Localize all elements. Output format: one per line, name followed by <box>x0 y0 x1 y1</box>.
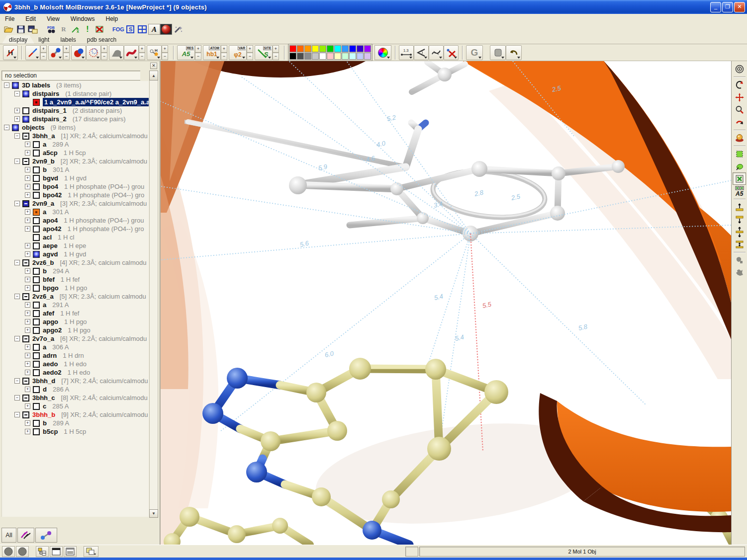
expand-toggle[interactable]: − <box>4 82 9 88</box>
arrange-windows-button[interactable] <box>84 546 98 557</box>
tree-row[interactable]: −distpairs(1 distance pair) <box>2 89 149 98</box>
tree-row[interactable]: +agvd1 H gvd <box>2 250 149 258</box>
expand-toggle[interactable]: + <box>25 226 30 232</box>
visibility-checkbox[interactable] <box>22 133 29 140</box>
site-label-stepper[interactable]: +− <box>273 45 279 60</box>
visibility-checkbox[interactable] <box>33 310 40 317</box>
tree-row[interactable]: −3D labels(3 items) <box>2 81 149 89</box>
tree-item-name[interactable]: d <box>43 385 47 394</box>
palette-color[interactable] <box>319 53 326 60</box>
visibility-checkbox[interactable] <box>33 420 40 427</box>
tree-row[interactable]: +a301 A <box>2 208 149 216</box>
quality-render-button[interactable] <box>160 24 172 35</box>
variable-label-button[interactable]: VAR φ2 <box>229 45 247 60</box>
site-label-button[interactable]: SITE S <box>255 45 273 60</box>
color-wheel-button[interactable] <box>374 45 391 60</box>
tree-item-name[interactable]: apo4 <box>43 216 58 225</box>
ribbon-style-button[interactable] <box>124 45 139 60</box>
visibility-checkbox[interactable] <box>33 217 40 224</box>
visibility-checkbox[interactable] <box>22 411 29 418</box>
tree-item-name[interactable]: bpgo <box>43 284 59 292</box>
expand-toggle[interactable]: + <box>25 311 30 316</box>
tree-item-name[interactable]: a <box>43 140 46 149</box>
tree-row[interactable]: +distpairs_1(2 distance pairs) <box>2 106 149 115</box>
palette-color[interactable] <box>342 45 349 52</box>
expand-toggle[interactable]: + <box>25 285 30 291</box>
close-button[interactable]: ✕ <box>734 2 745 12</box>
palette-color[interactable] <box>364 45 371 52</box>
residue-label-button[interactable]: RES A5 <box>177 45 195 60</box>
single-window-button[interactable] <box>50 546 63 557</box>
tree-row[interactable]: +b5cp1 H 5cp <box>2 427 149 436</box>
expand-toggle[interactable]: + <box>25 420 30 426</box>
palette-color[interactable] <box>319 45 326 52</box>
tree-item-name[interactable]: 2vn9_b <box>32 157 55 165</box>
tree-row[interactable]: +d286 A <box>2 385 149 394</box>
palette-color[interactable] <box>297 53 304 60</box>
visibility-checkbox[interactable] <box>22 395 29 401</box>
atom-label-stepper[interactable]: +− <box>221 45 227 60</box>
visibility-sphere-icon[interactable] <box>22 90 29 97</box>
menu-view[interactable]: View <box>46 15 61 23</box>
tree-row[interactable]: +bpo421 H phosphate (PO4--) gro <box>2 191 149 199</box>
tree-row[interactable]: +b289 A <box>2 419 149 427</box>
expand-toggle[interactable]: + <box>25 302 30 308</box>
tree-item-name[interactable]: aedo <box>43 360 58 368</box>
ribbon-size-stepper[interactable]: +− <box>139 45 145 60</box>
clip-front-button[interactable] <box>733 201 746 213</box>
expand-toggle[interactable]: + <box>14 108 20 113</box>
menu-windows[interactable]: Windows <box>70 15 96 23</box>
visibility-sphere-icon[interactable] <box>12 82 19 89</box>
tree-item-name[interactable]: apo42 <box>43 225 62 233</box>
visibility-checkbox[interactable] <box>33 327 40 334</box>
visibility-checkbox[interactable] <box>22 107 29 114</box>
3d-viewport[interactable]: 2.55.24.04.65.92.82.53.45.65.45.55.85.46… <box>160 61 731 545</box>
wizard-button[interactable] <box>172 24 184 35</box>
tree-item-name[interactable]: 3bhh_b <box>32 410 55 419</box>
expand-toggle[interactable]: − <box>14 336 20 341</box>
expand-toggle[interactable]: − <box>14 412 20 417</box>
expand-toggle[interactable]: + <box>25 184 30 189</box>
workspace-toggle-button[interactable] <box>36 546 49 557</box>
tree-item-name[interactable]: adrn <box>43 351 57 360</box>
tree-row[interactable]: acl1 H cl <box>2 233 149 241</box>
visibility-checkbox[interactable] <box>22 378 29 385</box>
expand-toggle[interactable]: + <box>25 192 30 198</box>
visibility-checkbox[interactable] <box>33 386 40 393</box>
expand-toggle[interactable]: − <box>14 159 20 164</box>
visibility-checkbox[interactable] <box>33 369 40 376</box>
tree-row[interactable]: −3bhh_a[1] XR; 2.4Å; calcium/calmodu <box>2 132 149 140</box>
tree-row[interactable]: +b301 A <box>2 165 149 174</box>
menu-file[interactable]: File <box>4 15 15 23</box>
palette-color[interactable] <box>357 53 364 60</box>
tree-item-name[interactable]: aedo2 <box>43 368 62 377</box>
palette-color[interactable] <box>304 45 311 52</box>
tree-item-name[interactable]: 2vn9_a <box>32 199 54 208</box>
skin-style-button[interactable] <box>86 45 101 60</box>
visibility-checkbox[interactable] <box>33 319 40 325</box>
expand-toggle[interactable]: − <box>14 260 20 265</box>
expand-toggle[interactable]: + <box>25 327 30 333</box>
tree-row[interactable]: +a5cp1 H 5cp <box>2 149 149 157</box>
expand-toggle[interactable]: + <box>25 370 30 375</box>
expand-toggle[interactable]: − <box>14 201 20 206</box>
tree-item-name[interactable]: bfef <box>43 275 55 284</box>
tree-row[interactable]: −3bhh_b[9] XR; 2.4Å; calcium/calmodu <box>2 410 149 419</box>
visibility-checkbox[interactable] <box>22 293 29 300</box>
distance-measure-button[interactable]: 1.3 <box>399 45 414 60</box>
tree-row[interactable]: −2vn9_a[3] XR; 2.3Å; calcium/calmodu <box>2 199 149 208</box>
expand-toggle[interactable]: − <box>4 125 9 130</box>
rotate-tool-button[interactable] <box>733 79 746 91</box>
tree-row[interactable]: −2vz6_b[4] XR; 2.3Å; calcium calmodu <box>2 258 149 267</box>
expand-toggle[interactable]: + <box>25 319 30 324</box>
tree-row[interactable]: +b294 A <box>2 267 149 275</box>
visibility-sphere-icon[interactable] <box>33 251 40 258</box>
panel-close-button[interactable]: ✕ <box>150 63 157 69</box>
tree-row[interactable]: −2vz6_a[5] XR; 2.3Å; calcium calmodu <box>2 292 149 301</box>
expand-toggle[interactable]: − <box>14 395 20 400</box>
palette-color[interactable] <box>349 53 356 60</box>
undo-button[interactable] <box>506 45 522 60</box>
expand-toggle[interactable]: + <box>25 361 30 367</box>
visibility-checkbox[interactable] <box>33 302 40 309</box>
wire-size-stepper[interactable]: +− <box>40 45 47 60</box>
